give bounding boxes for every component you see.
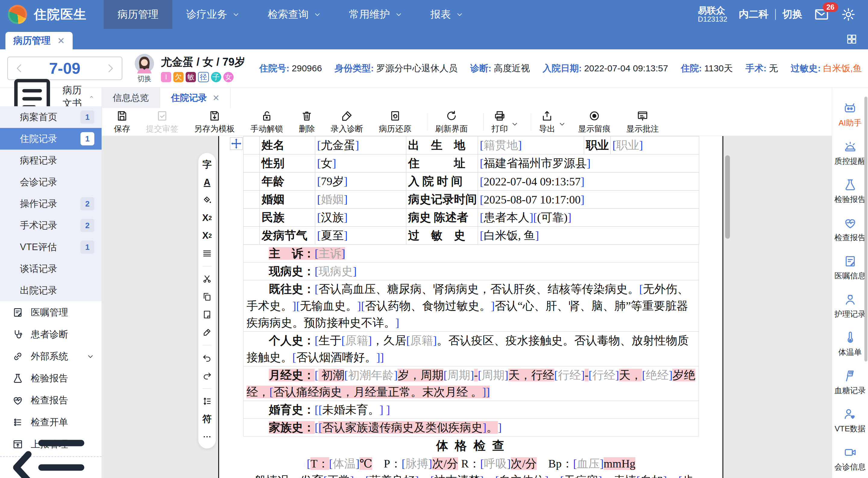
table-value-cell[interactable]: [患者本人][(可靠)] — [478, 209, 699, 227]
rail-item-1[interactable]: 质控提醒 — [835, 140, 866, 166]
settings-gear-icon[interactable] — [841, 7, 856, 22]
rail-item-2[interactable]: 检验报告 — [835, 178, 866, 205]
rail-item-7[interactable]: 血糖记录 — [835, 369, 866, 396]
window-tab[interactable]: 病历管理 ✕ — [5, 32, 73, 49]
vitals-line[interactable]: [T：[体温]℃ P：[脉搏]次/分 R：[呼吸]次/分 Bp：[血压]mmHg — [243, 455, 699, 472]
menu-item-2[interactable]: 检索查询 — [254, 0, 335, 29]
toolbar-button-4[interactable]: 删除 — [299, 109, 315, 134]
chevron-down-icon[interactable] — [511, 120, 519, 128]
toolbar-button-7[interactable]: 刷新界面 — [435, 109, 468, 134]
toolbar-button-0[interactable]: 保存 — [114, 109, 130, 134]
table-value-cell[interactable]: [女] — [315, 155, 406, 172]
user-info[interactable]: 易联众 D123132 — [681, 5, 727, 23]
table-drag-handle[interactable] — [230, 137, 243, 150]
rail-item-5[interactable]: 护理记录 — [835, 293, 866, 319]
switch-dept-button[interactable]: 切换 — [782, 7, 802, 21]
sidebar-tool-4[interactable]: 检查报告 — [0, 389, 101, 411]
fill-icon[interactable] — [202, 195, 212, 205]
doc-tab-1[interactable]: 住院记录✕ — [160, 88, 230, 108]
toolbar-button-9[interactable]: 导出 — [539, 109, 555, 134]
rail-item-9[interactable]: 会诊信息 — [835, 445, 866, 472]
toolbar-button-5[interactable]: 录入诊断 — [331, 109, 363, 134]
spacing-icon[interactable] — [202, 396, 212, 406]
grid-menu-icon[interactable] — [846, 33, 858, 45]
close-icon[interactable]: ✕ — [57, 36, 65, 46]
table-value-cell[interactable]: [79岁] — [315, 172, 406, 191]
section-menstrual-history[interactable]: 月经史：[ 初潮[初潮年龄]岁，周期[周期]-[周期]天，行经[行经]-[行经]… — [243, 366, 699, 401]
toolbar-button-10[interactable]: 显示留痕 — [578, 109, 611, 134]
sidebar-item-8[interactable]: 出院记录 — [0, 280, 101, 301]
undo-icon[interactable] — [202, 353, 212, 363]
close-icon[interactable]: ✕ — [213, 93, 219, 103]
rail-item-6[interactable]: 体温单 — [838, 331, 862, 357]
table-value-cell[interactable]: [2022-07-04 09:13:57] — [478, 172, 699, 191]
redo-icon[interactable] — [202, 371, 212, 381]
sidebar-collapse-bar[interactable] — [0, 456, 101, 478]
menu-item-4[interactable]: 报表 — [416, 0, 477, 29]
section-present-illness[interactable]: 现病史：[现病史] — [243, 263, 699, 280]
rail-item-4[interactable]: 医嘱信息 — [835, 254, 866, 281]
toolbar-button-2[interactable]: 另存为模板 — [194, 109, 235, 134]
messages-button[interactable]: 26 — [814, 7, 830, 22]
table-value-cell[interactable]: [婚姻] — [315, 191, 406, 209]
sidebar-tool-2[interactable]: 外部系统 — [0, 345, 101, 367]
section-personal-history[interactable]: 个人史：[生于[原籍]，久居[原籍]。否认疫区、疫水接触史。否认毒物、放射性物质… — [243, 332, 699, 366]
section-family-history[interactable]: 家族史：[[否认家族遗传病史及类似疾病史]。] — [243, 419, 699, 437]
more-icon[interactable] — [202, 432, 212, 442]
menu-item-1[interactable]: 诊疗业务 — [173, 0, 254, 29]
brush-icon[interactable] — [202, 327, 212, 337]
section-past-history[interactable]: 既往史：[否认高血压、糖尿病、肾病病史，否认肝炎、结核等传染病史。[无外伤、手术… — [243, 280, 699, 332]
table-value-cell[interactable]: [2025-08-07 10:17:00] — [478, 191, 699, 209]
subscript-icon[interactable]: X2 — [202, 231, 212, 241]
next-bed-button[interactable] — [104, 63, 116, 74]
general-condition-paragraph[interactable]: 一般情况：发育[正常]，[营养良好]，[神志清楚]，[自主体位]，[无病容]，表… — [243, 472, 699, 478]
prev-bed-button[interactable] — [14, 63, 25, 74]
table-value-cell[interactable]: [夏至] — [315, 227, 406, 245]
align-icon[interactable] — [202, 248, 212, 259]
sidebar-item-1[interactable]: 住院记录1 — [0, 128, 101, 149]
sidebar-item-6[interactable]: VTE评估1 — [0, 236, 101, 258]
sidebar-tool-1[interactable]: 患者诊断 — [0, 323, 101, 345]
sidebar-item-4[interactable]: 操作记录2 — [0, 193, 101, 215]
cut-icon[interactable] — [202, 274, 212, 284]
sidebar-group-medical-records[interactable]: 病历文书 — [0, 88, 101, 106]
superscript-icon[interactable]: X2 — [202, 213, 212, 223]
switch-patient-label[interactable]: 切换 — [137, 74, 151, 83]
sidebar-tool-3[interactable]: 检验报告 — [0, 367, 101, 389]
table-value-cell[interactable]: [职业] — [611, 136, 699, 155]
font-color-icon[interactable]: A — [204, 177, 210, 187]
rail-item-0[interactable]: AI助手 — [838, 101, 862, 128]
doc-tab-0[interactable]: 信息总览 — [102, 88, 160, 108]
sidebar-item-3[interactable]: 会诊记录 — [0, 171, 101, 193]
toolbar-button-8[interactable]: 打印 — [492, 109, 508, 134]
chevron-down-icon[interactable] — [558, 120, 566, 128]
field-label: 过敏史: — [790, 63, 821, 73]
copy-icon[interactable] — [202, 292, 212, 302]
sidebar-item-2[interactable]: 病程记录 — [0, 149, 101, 171]
toolbar-button-3[interactable]: 手动解锁 — [250, 109, 283, 134]
rail-scrollbar-thumb[interactable] — [864, 97, 867, 362]
patient-avatar-block[interactable]: 切换 — [134, 54, 154, 83]
document-page[interactable]: 姓名[尤金蛋]出 生 地[籍贯地]职业[职业]性别[女]住 址[福建省福州市罗源… — [218, 136, 723, 478]
table-value-cell[interactable]: [汉族] — [315, 209, 406, 227]
toolbar-button-6[interactable]: 病历还原 — [379, 109, 411, 134]
paste-icon[interactable] — [202, 309, 212, 320]
font-icon[interactable]: 字 — [203, 160, 212, 170]
table-value-cell[interactable]: [尤金蛋] — [315, 136, 406, 155]
section-chief-complaint[interactable]: 主 诉：[主诉] — [243, 245, 699, 263]
document-scrollbar-thumb[interactable] — [725, 155, 730, 239]
section-marital-history[interactable]: 婚育史：[[未婚未育。] ] — [243, 401, 699, 419]
rail-item-8[interactable]: VTE数据 — [835, 407, 866, 434]
table-value-cell[interactable]: [白米饭, 鱼] — [478, 227, 699, 245]
sidebar-item-5[interactable]: 手术记录2 — [0, 215, 101, 236]
menu-item-0[interactable]: 病历管理 — [104, 0, 173, 29]
table-value-cell[interactable]: [籍贯地] — [478, 136, 584, 155]
symbol-icon[interactable]: 符 — [203, 414, 212, 424]
sidebar-item-0[interactable]: 病案首页1 — [0, 106, 101, 128]
sidebar-item-7[interactable]: 谈话记录 — [0, 258, 101, 280]
toolbar-button-11[interactable]: 显示批注 — [626, 109, 659, 134]
sidebar-tool-0[interactable]: 医嘱管理 — [0, 301, 101, 323]
rail-item-3[interactable]: 检查报告 — [835, 216, 866, 243]
menu-item-3[interactable]: 常用维护 — [335, 0, 416, 29]
table-value-cell[interactable]: [福建省福州市罗源县] — [478, 155, 699, 172]
